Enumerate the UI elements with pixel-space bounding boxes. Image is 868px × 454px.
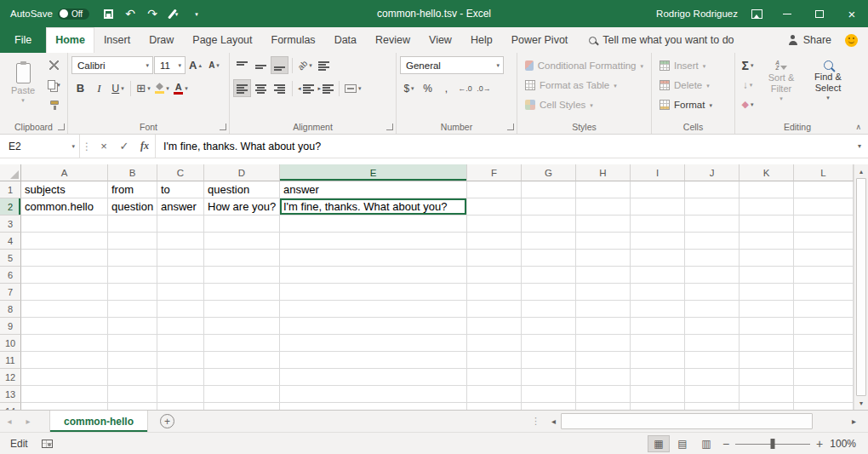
column-header-A[interactable]: A (21, 164, 108, 181)
zoom-slider[interactable] (735, 435, 810, 452)
cell-B9[interactable] (108, 318, 157, 335)
merge-center-button[interactable]: ▾ (343, 79, 363, 97)
cell-D9[interactable] (204, 318, 280, 335)
formula-bar-expand-icon[interactable]: ▾ (851, 135, 868, 158)
row-header-12[interactable]: 12 (0, 369, 21, 386)
cell-K7[interactable] (740, 284, 794, 301)
underline-button[interactable]: U▾ (109, 79, 127, 97)
cell-I2[interactable] (631, 198, 685, 216)
align-center-button[interactable] (252, 79, 270, 97)
cell-K12[interactable] (740, 369, 794, 386)
cell-C6[interactable] (157, 267, 204, 284)
cell-D8[interactable] (204, 301, 280, 318)
comma-style-button[interactable]: , (437, 79, 455, 97)
cell-L3[interactable] (794, 216, 854, 233)
cell-H8[interactable] (576, 301, 631, 318)
cell-A14[interactable] (21, 403, 108, 410)
cell-G8[interactable] (522, 301, 576, 318)
format-painter-button[interactable] (45, 95, 63, 113)
clipboard-dialog-launcher[interactable] (58, 124, 65, 130)
cell-B11[interactable] (108, 352, 157, 369)
cancel-button[interactable]: × (94, 135, 114, 158)
align-right-button[interactable] (271, 79, 288, 97)
cell-I14[interactable] (631, 403, 685, 410)
cell-L8[interactable] (794, 301, 854, 318)
cell-B2[interactable]: question (108, 198, 157, 216)
normal-view-button[interactable]: ▦ (648, 435, 670, 452)
cell-E1[interactable]: answer (280, 181, 467, 198)
cell-D4[interactable] (204, 233, 280, 250)
cell-B3[interactable] (108, 216, 157, 233)
select-all-button[interactable] (0, 164, 21, 181)
formula-input[interactable]: I'm fine, thanks. What about you? (155, 135, 851, 158)
cell-D7[interactable] (204, 284, 280, 301)
cell-B14[interactable] (108, 403, 157, 410)
cell-I1[interactable] (631, 181, 685, 198)
cell-I4[interactable] (631, 233, 685, 250)
alignment-dialog-launcher[interactable] (386, 124, 393, 130)
column-header-D[interactable]: D (204, 164, 280, 181)
cut-button[interactable] (45, 56, 63, 74)
redo-button[interactable]: ↷ (142, 3, 163, 25)
cell-G1[interactable] (522, 181, 576, 198)
ribbon-tab-formulas[interactable]: Formulas (262, 27, 325, 53)
cell-F3[interactable] (467, 216, 522, 233)
clear-button[interactable]: ◆▾ (739, 95, 757, 113)
ribbon-tab-file[interactable]: File (0, 27, 46, 53)
horizontal-scroll-track[interactable] (561, 411, 847, 432)
cell-A7[interactable] (21, 284, 108, 301)
cell-I11[interactable] (631, 352, 685, 369)
conditional-formatting-button[interactable]: Conditional Formatting ▾ (521, 56, 648, 75)
column-header-B[interactable]: B (108, 164, 157, 181)
scroll-down-icon[interactable]: ▾ (854, 396, 868, 410)
format-cells-button[interactable]: Format ▾ (655, 95, 731, 114)
decrease-indent-button[interactable]: ◂ (296, 79, 316, 97)
insert-function-button[interactable]: fx (134, 135, 155, 158)
cell-G14[interactable] (522, 403, 576, 410)
cell-F4[interactable] (467, 233, 522, 250)
cell-J6[interactable] (685, 267, 740, 284)
cell-F8[interactable] (467, 301, 522, 318)
cell-H6[interactable] (576, 267, 631, 284)
cell-H11[interactable] (576, 352, 631, 369)
decrease-font-size-button[interactable]: A▾ (205, 56, 223, 74)
cell-L1[interactable] (794, 181, 854, 198)
cell-K11[interactable] (740, 352, 794, 369)
cell-J8[interactable] (685, 301, 740, 318)
number-dialog-launcher[interactable] (507, 124, 514, 130)
cell-J5[interactable] (685, 250, 740, 267)
cell-L7[interactable] (794, 284, 854, 301)
cell-H3[interactable] (576, 216, 631, 233)
cell-E4[interactable] (280, 233, 467, 250)
cell-L11[interactable] (794, 352, 854, 369)
cell-J14[interactable] (685, 403, 740, 410)
cell-D5[interactable] (204, 250, 280, 267)
scroll-right-icon[interactable]: ▸ (847, 417, 861, 426)
cell-K6[interactable] (740, 267, 794, 284)
cell-L2[interactable] (794, 198, 854, 216)
cell-J12[interactable] (685, 369, 740, 386)
cell-H4[interactable] (576, 233, 631, 250)
cell-B4[interactable] (108, 233, 157, 250)
cell-A6[interactable] (21, 267, 108, 284)
cell-F7[interactable] (467, 284, 522, 301)
cell-I6[interactable] (631, 267, 685, 284)
ribbon-tab-page-layout[interactable]: Page Layout (183, 27, 261, 53)
cell-F10[interactable] (467, 335, 522, 352)
page-break-view-button[interactable]: ▥ (695, 435, 717, 452)
close-button[interactable]: × (836, 0, 868, 27)
cell-C10[interactable] (157, 335, 204, 352)
share-button[interactable]: Share (788, 27, 831, 53)
cell-D14[interactable] (204, 403, 280, 410)
increase-decimal-button[interactable]: ←.0 (456, 79, 474, 97)
row-header-9[interactable]: 9 (0, 318, 21, 335)
cell-G6[interactable] (522, 267, 576, 284)
zoom-out-button[interactable]: − (718, 437, 734, 451)
sheet-nav-right-icon[interactable]: ▸ (19, 411, 37, 432)
cell-C8[interactable] (157, 301, 204, 318)
cell-K3[interactable] (740, 216, 794, 233)
ribbon-tab-home[interactable]: Home (46, 27, 94, 53)
zoom-in-button[interactable]: + (812, 437, 827, 451)
cell-F6[interactable] (467, 267, 522, 284)
row-header-2[interactable]: 2 (0, 198, 21, 216)
